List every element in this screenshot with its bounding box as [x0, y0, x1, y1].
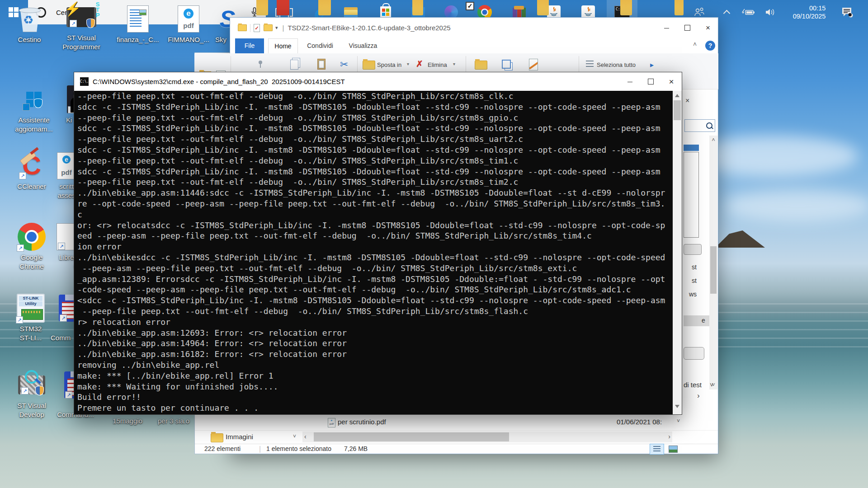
dialog-button-fragment[interactable] — [684, 347, 704, 360]
scroll-down-icon[interactable] — [675, 405, 679, 408]
console-line: ../bin\ebikesdcc -c -ISTM8S_StdPeriph_Li… — [77, 252, 676, 263]
new-folder-icon[interactable] — [475, 61, 487, 70]
delete-icon[interactable]: ✗ — [416, 59, 423, 69]
tab-visualizza[interactable]: Visualizza — [343, 38, 383, 53]
windows-flag-icon: ↗ — [26, 92, 42, 107]
console-line: --peep-file peep.txt --out-fmt-elf --deb… — [77, 113, 676, 123]
folder-icon[interactable] — [238, 24, 247, 31]
scrollbar-thumb[interactable] — [710, 246, 717, 294]
search-input[interactable] — [684, 119, 715, 132]
checkbox-icon[interactable]: ✓ — [466, 2, 474, 10]
uac-shield-icon — [35, 386, 44, 395]
close-button[interactable]: × — [661, 72, 682, 91]
desktop-icon-15maggio[interactable]: 15maggio — [105, 416, 150, 426]
shortcut-arrow-icon: ↗ — [23, 103, 30, 111]
edge-icon: e — [62, 155, 71, 164]
desktop-icon-fragment-folder[interactable] — [412, 0, 423, 15]
check-doc-icon[interactable]: ✓ — [254, 24, 260, 32]
desktop-icon-assistente-aggiornamento[interactable]: ↗ Assistente aggiornam... — [5, 84, 63, 134]
chevron-down-icon[interactable]: ˅ — [710, 381, 713, 389]
cmd-titlebar[interactable]: C:\. C:\WINDOWS\system32\cmd.exe - compi… — [74, 72, 682, 91]
desktop-icon-stm32-stlink[interactable]: ST-LINK Utility ↗ STM32 ST-LI... — [4, 293, 58, 343]
desktop-icon-fragment-folder[interactable] — [318, 0, 331, 15]
paste-icon[interactable] — [317, 59, 326, 70]
stlink-text: ST-LINK — [19, 296, 42, 301]
file-row[interactable]: e pdf per scrutinio.pdf 01/06/2021 08: ˅ — [195, 415, 718, 430]
dialog-listbox-fragment[interactable] — [684, 152, 699, 238]
move-to-label[interactable]: Sposta in — [377, 61, 401, 68]
desktop-icon-fragment-folder[interactable] — [620, 0, 632, 15]
maximize-icon — [684, 25, 690, 31]
scrollbar-thumb[interactable] — [314, 432, 509, 441]
copy-icon[interactable] — [290, 60, 298, 70]
tab-file[interactable]: File — [235, 38, 264, 53]
folder-icon — [211, 433, 223, 442]
help-button[interactable]: ? — [705, 41, 715, 51]
dialog-button-fragment[interactable] — [684, 244, 702, 255]
pin-icon[interactable] — [259, 61, 262, 64]
explorer-titlebar[interactable]: ✓ ▾ | TSDZ2-Smart-EBike-1-20.1C.6-update… — [230, 17, 718, 38]
di-test-label[interactable]: di test — [684, 381, 702, 389]
ribbon-collapse-icon[interactable]: ˄ — [693, 41, 697, 48]
invert-selection-icon[interactable]: ▸ — [650, 61, 654, 69]
dialog-selected-row[interactable]: e — [684, 315, 710, 326]
scroll-left-icon[interactable]: ‹ — [304, 433, 307, 440]
desktop-icon-fragment-red[interactable] — [277, 0, 289, 15]
move-to-icon[interactable] — [363, 61, 375, 70]
tray-clock[interactable]: 00:15 09/10/2025 — [785, 0, 834, 24]
edit-doc-icon[interactable] — [529, 59, 538, 70]
scroll-right-icon[interactable]: › — [668, 433, 670, 440]
scroll-up-icon[interactable]: ˄ — [709, 136, 717, 143]
tray-battery-button[interactable] — [740, 0, 757, 24]
tray-expand-button[interactable] — [720, 0, 733, 24]
quick-access-caret-icon[interactable]: ▾ — [275, 25, 278, 31]
delete-label[interactable]: Elimina — [428, 61, 447, 68]
caret-down-icon[interactable]: ▾ — [453, 61, 455, 66]
cut-icon[interactable]: ✂ — [340, 59, 348, 70]
close-icon: × — [706, 23, 710, 33]
console-line: <sdcc -c -ISTM8S_StdPeriph_Lib/inc -I. -… — [77, 295, 676, 306]
cmd-console[interactable]: --peep-file peep.txt --out-fmt-elf --deb… — [74, 91, 676, 414]
desktop-icon-fragment-folder[interactable] — [675, 0, 684, 15]
desktop-icon-fragment-folder[interactable] — [256, 0, 268, 15]
select-all-icon[interactable] — [586, 61, 594, 68]
console-line: make: *** Waiting for unfinished jobs...… — [77, 381, 676, 392]
maximize-icon — [648, 79, 654, 84]
select-all-label[interactable]: Seleziona tutto — [597, 61, 636, 68]
folder-icon[interactable] — [264, 24, 273, 31]
chevron-right-icon[interactable]: › — [697, 391, 700, 400]
desktop-icon-label: finanza_-_C... — [108, 35, 167, 44]
dialog-text: e — [702, 317, 705, 324]
sort-chevron-icon[interactable]: ˅ — [677, 418, 680, 424]
file-name[interactable]: per scrutinio.pdf — [338, 418, 386, 426]
tray-volume-button[interactable] — [762, 0, 779, 24]
desktop-icon-per3sia[interactable]: per 3 sia.o — [151, 416, 196, 426]
minimize-button[interactable] — [656, 18, 677, 38]
console-line: ../bin\ebike_app.asm:14964: Error: <r> r… — [77, 338, 676, 349]
maximize-button[interactable] — [640, 72, 661, 91]
tab-condividi[interactable]: Condividi — [301, 38, 339, 53]
cmd-scrollbar[interactable] — [673, 91, 682, 414]
vertical-scrollbar[interactable]: ˄ ˅ — [709, 136, 717, 389]
action-center-button[interactable] — [837, 0, 857, 24]
sidebar-item-immagini[interactable]: Immagini — [226, 433, 253, 441]
scrollbar-thumb[interactable] — [674, 100, 681, 120]
desktop-icon-label: STM32 — [4, 324, 58, 333]
action-center-icon — [841, 7, 853, 18]
expand-chevron-icon[interactable]: ˅ — [293, 433, 296, 440]
cmd-window: C:\. C:\WINDOWS\system32\cmd.exe - compi… — [74, 72, 682, 415]
horizontal-scrollbar[interactable]: ‹ › — [302, 432, 672, 442]
thumbnail-view-button[interactable] — [666, 444, 680, 455]
caret-down-icon[interactable]: ▾ — [407, 61, 409, 66]
tab-home[interactable]: Home — [268, 38, 298, 54]
console-line: sdcc -c -ISTM8S_StdPeriph_Lib/inc -I. -m… — [77, 123, 676, 134]
maximize-button[interactable] — [677, 18, 698, 38]
close-button[interactable]: × — [698, 18, 718, 38]
properties-icon[interactable] — [502, 60, 511, 69]
desktop-icon-fragment-folder[interactable] — [537, 0, 549, 15]
minimize-button[interactable] — [619, 72, 640, 91]
dialog-close-icon[interactable]: × — [685, 97, 689, 105]
desktop-icon-finanza[interactable]: finanza_-_C... — [108, 4, 167, 44]
scroll-up-icon[interactable] — [675, 94, 679, 97]
details-view-button[interactable] — [650, 444, 664, 455]
